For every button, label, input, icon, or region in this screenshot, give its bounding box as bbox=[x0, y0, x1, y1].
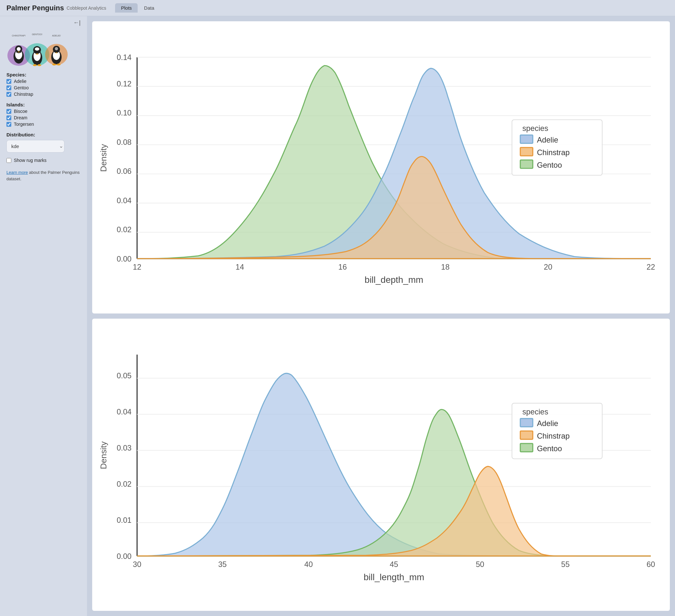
learn-more-section: Learn more about the Palmer Penguins dat… bbox=[6, 169, 81, 182]
app-subtitle: Cobblepot Analytics bbox=[67, 5, 106, 11]
svg-text:species: species bbox=[523, 408, 548, 416]
svg-text:0.03: 0.03 bbox=[117, 444, 132, 452]
checkbox-biscoe-input[interactable] bbox=[6, 109, 11, 114]
collapse-button[interactable]: ←| bbox=[6, 19, 81, 27]
checkbox-dream-input[interactable] bbox=[6, 116, 11, 120]
svg-text:0.02: 0.02 bbox=[117, 480, 132, 488]
svg-text:30: 30 bbox=[133, 560, 141, 568]
svg-text:12: 12 bbox=[133, 263, 141, 271]
checkbox-adelie-input[interactable] bbox=[6, 79, 11, 84]
chart-bill-length-svg: 0.00 0.01 0.02 0.03 0.04 0.05 30 35 40 4… bbox=[95, 324, 665, 608]
svg-text:50: 50 bbox=[476, 560, 484, 568]
svg-point-20 bbox=[55, 47, 58, 50]
svg-text:60: 60 bbox=[647, 560, 655, 568]
rug-marks-checkbox[interactable] bbox=[6, 158, 11, 163]
main-layout: ←| CHINSTRAP! bbox=[0, 16, 675, 616]
learn-more-link[interactable]: Learn more bbox=[6, 170, 28, 175]
tab-bar: Plots Data bbox=[115, 3, 160, 13]
chart-bill-depth: 0.00 0.02 0.04 0.06 0.08 0.10 0.12 0.14 bbox=[92, 21, 670, 314]
distribution-select[interactable]: kde histogram ecdf bbox=[6, 140, 65, 152]
islands-section: Islands: Biscoe Dream Torgersen bbox=[6, 102, 81, 128]
svg-rect-86 bbox=[520, 443, 533, 452]
content-area: 0.00 0.02 0.04 0.06 0.08 0.10 0.12 0.14 bbox=[87, 16, 675, 616]
svg-text:bill_length_mm: bill_length_mm bbox=[364, 572, 424, 582]
svg-text:22: 22 bbox=[647, 263, 655, 271]
svg-text:0.05: 0.05 bbox=[117, 371, 132, 380]
svg-text:Chinstrap: Chinstrap bbox=[537, 148, 570, 157]
checkbox-biscoe[interactable]: Biscoe bbox=[6, 109, 81, 114]
checkbox-torgersen-input[interactable] bbox=[6, 122, 11, 127]
svg-text:0.04: 0.04 bbox=[117, 196, 132, 205]
species-section: Species: Adelie Gentoo Chinstrap bbox=[6, 72, 81, 98]
header: Palmer Penguins Cobblepot Analytics Plot… bbox=[0, 0, 675, 16]
svg-text:species: species bbox=[523, 124, 548, 133]
svg-text:0.06: 0.06 bbox=[117, 167, 132, 176]
svg-text:18: 18 bbox=[441, 263, 449, 271]
checkbox-gentoo[interactable]: Gentoo bbox=[6, 85, 81, 90]
species-label: Species: bbox=[6, 72, 81, 77]
svg-text:0.01: 0.01 bbox=[117, 516, 132, 525]
svg-text:20: 20 bbox=[544, 263, 552, 271]
tab-plots[interactable]: Plots bbox=[115, 3, 137, 13]
svg-text:Gentoo: Gentoo bbox=[537, 444, 562, 453]
svg-text:0.08: 0.08 bbox=[117, 138, 132, 146]
penguin-illustration: CHINSTRAP! GENTOO! bbox=[6, 31, 68, 67]
svg-text:55: 55 bbox=[561, 560, 570, 568]
svg-point-23 bbox=[57, 64, 61, 65]
sidebar: ←| CHINSTRAP! bbox=[0, 16, 87, 616]
svg-text:16: 16 bbox=[339, 263, 347, 271]
svg-point-13 bbox=[33, 64, 37, 66]
svg-text:35: 35 bbox=[218, 560, 227, 568]
checkbox-adelie[interactable]: Adelie bbox=[6, 79, 81, 84]
svg-point-15 bbox=[35, 48, 39, 51]
svg-point-14 bbox=[38, 64, 41, 66]
svg-rect-54 bbox=[520, 147, 533, 156]
distribution-label: Distribution: bbox=[6, 132, 81, 137]
svg-text:0.02: 0.02 bbox=[117, 225, 132, 234]
svg-text:CHINSTRAP!: CHINSTRAP! bbox=[12, 35, 25, 37]
svg-text:Chinstrap: Chinstrap bbox=[537, 432, 570, 440]
svg-text:0.14: 0.14 bbox=[117, 53, 132, 62]
checkbox-torgersen[interactable]: Torgersen bbox=[6, 122, 81, 127]
svg-rect-82 bbox=[520, 419, 533, 427]
svg-text:14: 14 bbox=[236, 263, 244, 271]
checkbox-chinstrap-input[interactable] bbox=[6, 92, 11, 97]
svg-rect-84 bbox=[520, 431, 533, 439]
islands-label: Islands: bbox=[6, 102, 81, 108]
svg-text:bill_depth_mm: bill_depth_mm bbox=[365, 275, 423, 285]
svg-text:GENTOO!: GENTOO! bbox=[32, 33, 42, 36]
rug-marks-text: Show rug marks bbox=[14, 158, 47, 163]
svg-point-6 bbox=[17, 47, 21, 51]
svg-text:0.04: 0.04 bbox=[117, 408, 132, 416]
checkbox-chinstrap[interactable]: Chinstrap bbox=[6, 91, 81, 97]
svg-text:Gentoo: Gentoo bbox=[537, 161, 562, 169]
svg-text:Adelie: Adelie bbox=[537, 419, 558, 428]
svg-text:40: 40 bbox=[304, 560, 313, 568]
checkbox-gentoo-input[interactable] bbox=[6, 85, 11, 90]
svg-text:0.10: 0.10 bbox=[117, 109, 132, 117]
svg-rect-56 bbox=[520, 160, 533, 168]
svg-text:0.00: 0.00 bbox=[117, 255, 132, 263]
rug-marks-section: Show rug marks bbox=[6, 156, 81, 163]
chart-bill-depth-svg: 0.00 0.02 0.04 0.06 0.08 0.10 0.12 0.14 bbox=[95, 26, 665, 310]
distribution-section: Distribution: kde histogram ecdf bbox=[6, 132, 81, 152]
checkbox-dream[interactable]: Dream bbox=[6, 115, 81, 120]
svg-text:Density: Density bbox=[99, 144, 108, 172]
svg-text:0.12: 0.12 bbox=[117, 80, 132, 88]
svg-rect-52 bbox=[520, 135, 533, 143]
rug-marks-label[interactable]: Show rug marks bbox=[6, 158, 81, 163]
distribution-select-wrapper: kde histogram ecdf bbox=[6, 139, 68, 152]
svg-text:0.00: 0.00 bbox=[117, 552, 132, 560]
svg-text:Adelie: Adelie bbox=[537, 136, 558, 144]
svg-point-22 bbox=[52, 64, 56, 65]
app-title: Palmer Penguins bbox=[6, 4, 64, 12]
chart-bill-length: 0.00 0.01 0.02 0.03 0.04 0.05 30 35 40 4… bbox=[92, 319, 670, 611]
tab-data[interactable]: Data bbox=[138, 3, 160, 13]
svg-text:ADELIE!: ADELIE! bbox=[52, 35, 61, 37]
svg-text:45: 45 bbox=[390, 560, 398, 568]
svg-text:Density: Density bbox=[99, 441, 108, 469]
